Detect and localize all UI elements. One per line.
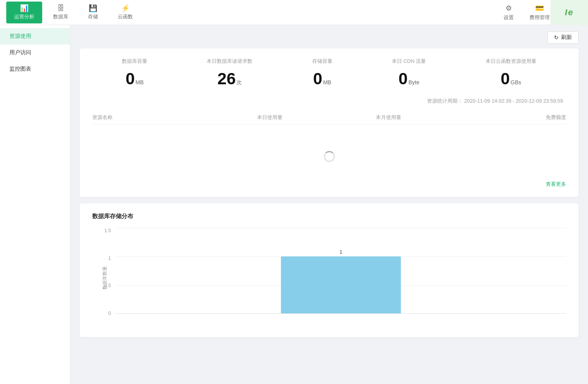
main-content: ↻ 刷新 数据库容量 0 MB 本日数据库读请求数 26	[70, 25, 588, 384]
stat-storage: 存储容量 0 MB	[312, 58, 332, 88]
y-tick-1_5: 1.5	[104, 228, 111, 233]
bar-wrapper-1: 1	[266, 228, 416, 313]
yunhanshu-icon: ⚡	[121, 5, 130, 12]
app-logo: Ie	[550, 0, 588, 25]
stats-row: 数据库容量 0 MB 本日数据库读请求数 26 次 存储容量	[92, 58, 566, 88]
nav-label-shujuku: 数据库	[53, 13, 68, 20]
stat-unit-2: MB	[323, 79, 331, 85]
stat-cdn: 本日 CDN 流量 0 Byte	[392, 58, 426, 88]
chart-card: 数据库存储分布 1.5 1 0.5 0 数据库数量	[80, 203, 579, 337]
refresh-bar: ↻ 刷新	[80, 31, 579, 44]
loading-area	[92, 128, 566, 178]
stat-unit-4: GBs	[511, 79, 521, 85]
stat-value-4: 0 GBs	[486, 69, 536, 88]
stat-num-1: 26	[218, 69, 236, 88]
sidebar-label-ziyuan: 资源使用	[9, 33, 31, 39]
shezhi-icon: ⚙	[506, 4, 512, 12]
stat-unit-1: 次	[236, 79, 242, 86]
nav-item-shujuku[interactable]: 🗄 数据库	[45, 2, 76, 23]
sidebar-label-yonghu: 用户访问	[9, 49, 31, 55]
refresh-button[interactable]: ↻ 刷新	[547, 31, 579, 44]
stat-value-3: 0 Byte	[392, 69, 426, 88]
top-nav: 📊 运营分析 🗄 数据库 💾 存储 ⚡ 云函数 ⚙ 设置 💳 费用管理 📋 工单	[0, 0, 588, 25]
stat-label-1: 本日数据库读请求数	[207, 58, 252, 65]
th-month: 本月使用量	[329, 114, 448, 121]
stat-num-3: 0	[399, 69, 407, 88]
cunchu-icon: 💾	[89, 5, 97, 12]
stat-unit-0: MB	[136, 79, 144, 85]
shujuku-icon: 🗄	[57, 5, 64, 12]
th-today: 本日使用量	[211, 114, 329, 121]
stat-label-4: 本日云函数资源使用量	[486, 58, 536, 65]
spinner	[324, 151, 335, 162]
bar-label-top-1: 1	[340, 249, 342, 255]
th-name: 资源名称	[92, 114, 211, 121]
nav-item-yunying[interactable]: 📊 运营分析	[6, 2, 42, 23]
nav-label-yunying: 运营分析	[14, 13, 34, 20]
nav-label-shezhi: 设置	[504, 14, 514, 21]
bar-wrapper-2	[416, 228, 566, 313]
stat-label-3: 本日 CDN 流量	[392, 58, 426, 65]
y-tick-0: 0	[108, 311, 111, 316]
stat-cloud-fn: 本日云函数资源使用量 0 GBs	[486, 58, 536, 88]
nav-item-yunhanshu[interactable]: ⚡ 云函数	[110, 2, 141, 23]
refresh-label: 刷新	[561, 34, 572, 41]
nav-item-cunchu[interactable]: 💾 存储	[79, 2, 107, 23]
bar-1	[281, 256, 401, 313]
layout: 资源使用 用户访问 监控图表 ↻ 刷新 数据库容量 0	[0, 25, 588, 384]
bar-wrapper-0	[116, 228, 266, 313]
y-axis-title: 数据库数量	[102, 266, 108, 290]
nav-label-yunhanshu: 云函数	[118, 13, 133, 20]
stat-num-2: 0	[313, 69, 322, 88]
table-header: 资源名称 本日使用量 本月使用量 免费额度	[92, 111, 566, 124]
stat-label-0: 数据库容量	[122, 58, 147, 65]
stat-label-2: 存储容量	[312, 58, 332, 65]
stat-period: 资源统计周期： 2020-11-09 14:02:39 - 2020-12-09…	[92, 98, 566, 105]
yunying-icon: 📊	[20, 5, 29, 12]
bar-chart-container: 1.5 1 0.5 0 数据库数量	[92, 228, 566, 328]
stat-db-reads: 本日数据库读请求数 26 次	[207, 58, 252, 88]
nav-label-feiyong: 费用管理	[529, 14, 550, 21]
sidebar-item-yonghu[interactable]: 用户访问	[0, 44, 70, 61]
stat-num-0: 0	[125, 69, 134, 88]
logo-text: Ie	[565, 7, 574, 18]
nav-label-cunchu: 存储	[88, 13, 98, 20]
view-more: 查看更多	[92, 178, 566, 191]
stat-value-1: 26 次	[207, 69, 252, 88]
th-free: 免费额度	[448, 114, 566, 121]
stats-card: 数据库容量 0 MB 本日数据库读请求数 26 次 存储容量	[80, 48, 579, 197]
bars-container: 1	[116, 228, 566, 314]
chart-title: 数据库存储分布	[92, 213, 566, 220]
sidebar-item-jiankong[interactable]: 监控图表	[0, 61, 70, 77]
stat-value-2: 0 MB	[312, 69, 332, 88]
period-label: 资源统计周期：	[427, 98, 463, 104]
period-value: 2020-11-09 14:02:39 - 2020-12-09 23:59:5…	[464, 98, 563, 104]
view-more-link[interactable]: 查看更多	[546, 181, 566, 187]
y-tick-1: 1	[108, 256, 111, 261]
stat-unit-3: Byte	[408, 79, 419, 85]
stat-value-0: 0 MB	[122, 69, 147, 88]
feiyong-icon: 💳	[535, 4, 544, 12]
sidebar: 资源使用 用户访问 监控图表	[0, 25, 70, 384]
stat-num-4: 0	[501, 69, 510, 88]
sidebar-label-jiankong: 监控图表	[9, 66, 31, 72]
sidebar-item-ziyuan[interactable]: 资源使用	[0, 28, 70, 44]
nav-left: 📊 运营分析 🗄 数据库 💾 存储 ⚡ 云函数	[6, 2, 141, 23]
chart-area: 1	[116, 228, 566, 316]
refresh-icon: ↻	[554, 34, 559, 41]
stat-db-capacity: 数据库容量 0 MB	[122, 58, 147, 88]
nav-item-shezhi[interactable]: ⚙ 设置	[497, 1, 520, 24]
